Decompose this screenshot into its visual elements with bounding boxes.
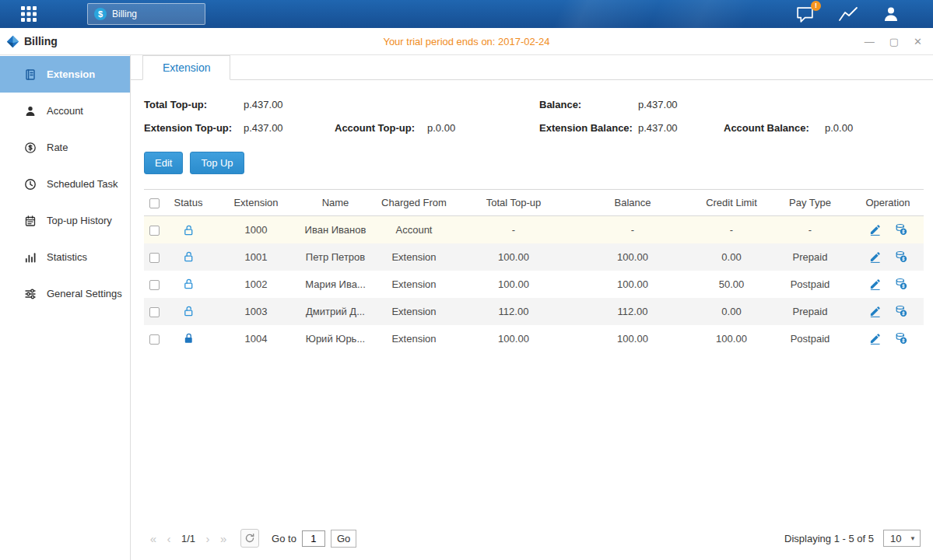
- sidebar-item-account[interactable]: Account: [0, 93, 130, 129]
- column-header-credit-limit: Credit Limit: [695, 190, 768, 216]
- table-row: 1000 Иван Иванов Account - - - -: [144, 216, 924, 243]
- cell-name: Мария Ива...: [300, 271, 371, 298]
- first-page-button[interactable]: «: [146, 532, 161, 545]
- refresh-icon: [244, 533, 255, 544]
- table-row: 1004 Юрий Юрь... Extension 100.00 100.00…: [144, 325, 924, 352]
- total-topup-value: p.437.00: [244, 99, 335, 110]
- workspace: Extension Account Rate Scheduled Tas: [0, 55, 933, 560]
- tab-extension[interactable]: Extension: [142, 55, 230, 80]
- row-topup-button[interactable]: [895, 305, 907, 317]
- displaying-info: Displaying 1 - 5 of 5: [784, 533, 874, 544]
- table-row: 1002 Мария Ива... Extension 100.00 100.0…: [144, 271, 924, 298]
- goto-label: Go to: [272, 533, 296, 544]
- cell-charged-from: Account: [371, 216, 457, 243]
- column-header-operation: Operation: [852, 190, 924, 216]
- row-topup-button[interactable]: [895, 250, 907, 263]
- sidebar-item-scheduled-task[interactable]: Scheduled Task: [0, 166, 130, 202]
- taskbar-tab-billing[interactable]: $ Billing: [87, 3, 205, 25]
- sidebar-item-label: Extension: [47, 68, 95, 80]
- cell-charged-from: Extension: [371, 271, 457, 298]
- extensions-table: Status Extension Name Charged From Total…: [144, 189, 924, 352]
- sidebar-item-statistics[interactable]: Statistics: [0, 239, 130, 275]
- row-checkbox[interactable]: [149, 334, 160, 345]
- topup-icon: [895, 305, 907, 317]
- edit-icon: [869, 306, 881, 317]
- title-bar: Billing Your trial period ends on: 2017-…: [0, 28, 933, 55]
- account-icon: [24, 105, 37, 117]
- row-topup-button[interactable]: [895, 223, 907, 236]
- row-edit-button[interactable]: [869, 224, 881, 236]
- cell-credit-limit: 0.00: [695, 243, 768, 271]
- user-menu-button[interactable]: [882, 5, 900, 23]
- top-up-button[interactable]: Top Up: [190, 152, 244, 174]
- row-edit-button[interactable]: [869, 333, 881, 345]
- main-content: Extension Total Top-up: p.437.00 Balance…: [131, 55, 933, 560]
- refresh-button[interactable]: [240, 529, 259, 548]
- go-button[interactable]: Go: [331, 530, 356, 548]
- row-edit-button[interactable]: [869, 251, 881, 263]
- edit-button[interactable]: Edit: [144, 152, 183, 174]
- row-checkbox[interactable]: [149, 280, 160, 290]
- sidebar-item-extension[interactable]: Extension: [0, 56, 130, 93]
- balance-value: p.437.00: [638, 99, 724, 110]
- tab-strip: Extension: [131, 55, 933, 80]
- topup-icon: [895, 332, 907, 345]
- apps-grid-icon: [19, 5, 38, 23]
- extension-topup-label: Extension Top-up:: [144, 122, 244, 134]
- select-all-checkbox[interactable]: [149, 198, 160, 208]
- cell-pay-type: Postpaid: [768, 271, 852, 298]
- sidebar-item-rate[interactable]: Rate: [0, 129, 130, 166]
- apps-menu-button[interactable]: [0, 5, 58, 23]
- cell-extension: 1003: [212, 298, 300, 325]
- next-page-button[interactable]: ›: [200, 532, 216, 545]
- page-size-select[interactable]: 10 ▼: [883, 530, 921, 547]
- taskbar-tab-label: Billing: [112, 9, 137, 19]
- close-button[interactable]: ✕: [914, 37, 922, 47]
- app-title: Billing: [24, 35, 58, 47]
- minimize-button[interactable]: —: [865, 37, 875, 47]
- last-page-button[interactable]: »: [216, 532, 231, 545]
- cell-balance: -: [570, 216, 695, 243]
- topbar-actions: !: [795, 5, 933, 23]
- cell-extension: 1001: [212, 243, 300, 271]
- sidebar-item-general-settings[interactable]: General Settings: [0, 275, 130, 312]
- sidebar-item-label: Rate: [47, 142, 68, 153]
- maximize-button[interactable]: ▢: [889, 37, 899, 47]
- extension-panel: Total Top-up: p.437.00 Balance: p.437.00…: [131, 80, 933, 560]
- scheduled-task-icon: [24, 178, 37, 191]
- prev-page-button[interactable]: ‹: [161, 532, 177, 545]
- extension-topup-value: p.437.00: [244, 122, 335, 134]
- window-title: Billing: [0, 35, 58, 48]
- rate-icon: [24, 142, 37, 154]
- unlocked-icon: [183, 224, 195, 236]
- table-header-row: Status Extension Name Charged From Total…: [144, 190, 924, 216]
- row-checkbox[interactable]: [149, 307, 160, 317]
- action-buttons: Edit Top Up: [144, 152, 922, 174]
- row-topup-button[interactable]: [895, 278, 907, 290]
- sidebar-item-label: Statistics: [47, 251, 87, 263]
- edit-icon: [869, 251, 881, 263]
- account-balance-label: Account Balance:: [724, 122, 825, 134]
- sidebar-item-topup-history[interactable]: Top-up History: [0, 202, 130, 239]
- cell-name: Петр Петров: [300, 243, 371, 271]
- row-edit-button[interactable]: [869, 278, 881, 290]
- sidebar-item-label: Scheduled Task: [47, 178, 118, 190]
- row-topup-button[interactable]: [895, 332, 907, 345]
- reports-button[interactable]: [838, 5, 858, 23]
- page-size-value: 10: [884, 533, 910, 544]
- trial-notice: Your trial period ends on: 2017-02-24: [0, 36, 933, 47]
- column-header-pay-type: Pay Type: [768, 190, 852, 216]
- row-checkbox[interactable]: [149, 253, 160, 263]
- user-icon: [882, 5, 900, 23]
- cell-total-topup: 100.00: [457, 271, 570, 298]
- goto-page-input[interactable]: [302, 530, 325, 547]
- cell-name: Юрий Юрь...: [300, 325, 371, 352]
- row-edit-button[interactable]: [869, 306, 881, 317]
- cell-balance: 100.00: [570, 271, 695, 298]
- notifications-button[interactable]: !: [795, 5, 815, 23]
- cell-charged-from: Extension: [371, 243, 457, 271]
- row-checkbox[interactable]: [149, 226, 160, 236]
- cell-credit-limit: 0.00: [695, 298, 768, 325]
- balance-label: Balance:: [539, 99, 638, 110]
- cell-pay-type: Prepaid: [768, 243, 852, 271]
